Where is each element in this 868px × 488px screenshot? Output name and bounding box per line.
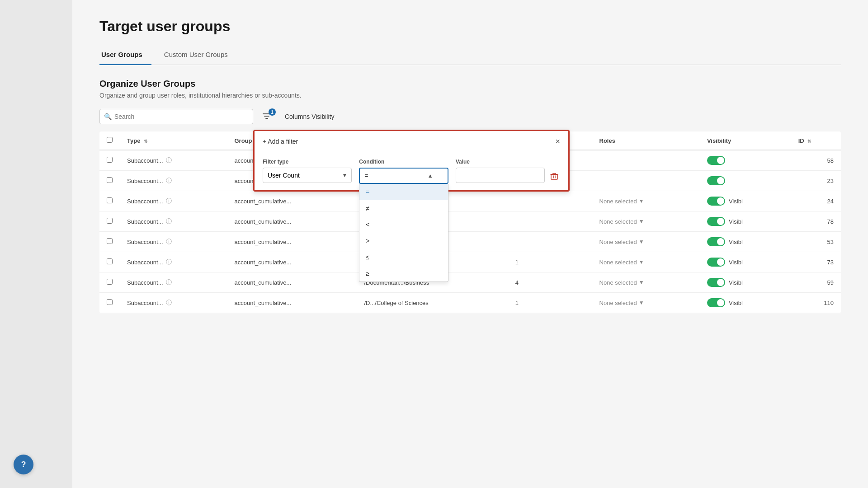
visibility-toggle-6[interactable] bbox=[707, 278, 725, 287]
visibility-toggle-3[interactable] bbox=[707, 217, 725, 226]
condition-option-gte[interactable]: ≥ bbox=[359, 265, 448, 282]
row-type-6: Subaccount... ⓘ bbox=[120, 272, 227, 293]
toolbar: 🔍 1 + Add a filter × Filter type bbox=[99, 109, 841, 124]
visible-text-3: Visibl bbox=[729, 218, 743, 225]
info-icon-4[interactable]: ⓘ bbox=[166, 238, 172, 246]
th-visibility: Visibility bbox=[700, 131, 791, 150]
table-row: Subaccount... ⓘ account_cumulative... ..… bbox=[99, 232, 841, 252]
th-type: Type ⇅ bbox=[120, 131, 227, 150]
close-filter-button[interactable]: × bbox=[555, 137, 560, 145]
row-roles-0 bbox=[592, 150, 700, 171]
condition-option-lte[interactable]: ≤ bbox=[359, 249, 448, 265]
condition-wrapper: = ▲ = ≠ < > ≤ ≥ bbox=[359, 168, 448, 184]
filter-type-select[interactable]: User Count bbox=[263, 168, 352, 183]
th-roles: Roles bbox=[592, 131, 700, 150]
condition-option-neq[interactable]: ≠ bbox=[359, 200, 448, 216]
row-user-count-2 bbox=[508, 191, 592, 211]
tab-user-groups[interactable]: User Groups bbox=[99, 46, 151, 65]
visible-text-7: Visibl bbox=[729, 300, 743, 306]
delete-filter-button[interactable] bbox=[548, 169, 560, 184]
table-row: Subaccount... ⓘ account_cumulative... /D… bbox=[99, 293, 841, 313]
row-group-id-4: account_cumulative... bbox=[227, 232, 357, 252]
info-icon-6[interactable]: ⓘ bbox=[166, 278, 172, 286]
condition-select-display[interactable]: = ▲ bbox=[359, 168, 448, 184]
visibility-toggle-0[interactable] bbox=[707, 156, 725, 165]
value-input[interactable] bbox=[456, 168, 545, 183]
row-type-3: Subaccount... ⓘ bbox=[120, 211, 227, 232]
visibility-toggle-2[interactable] bbox=[707, 197, 725, 206]
row-type-1: Subaccount... ⓘ bbox=[120, 171, 227, 191]
info-icon-0[interactable]: ⓘ bbox=[166, 156, 172, 164]
type-sort-icon[interactable]: ⇅ bbox=[144, 139, 147, 144]
condition-option-eq[interactable]: = bbox=[359, 184, 448, 200]
info-icon-2[interactable]: ⓘ bbox=[166, 197, 172, 205]
info-icon-3[interactable]: ⓘ bbox=[166, 217, 172, 225]
filter-panel-header: + Add a filter × bbox=[255, 131, 568, 152]
visibility-toggle-5[interactable] bbox=[707, 258, 725, 267]
info-icon-1[interactable]: ⓘ bbox=[166, 177, 172, 185]
visible-text-6: Visibl bbox=[729, 279, 743, 286]
add-filter-label: + Add a filter bbox=[263, 138, 298, 145]
condition-option-lt[interactable]: < bbox=[359, 216, 448, 233]
row-checkbox-5[interactable] bbox=[107, 258, 113, 264]
search-input[interactable] bbox=[99, 109, 253, 124]
row-roles-6: None selected ▼ bbox=[592, 272, 700, 293]
tab-custom-user-groups[interactable]: Custom User Groups bbox=[162, 46, 237, 65]
roles-chevron-icon-7[interactable]: ▼ bbox=[639, 300, 644, 306]
filter-button[interactable]: 1 bbox=[259, 109, 275, 124]
row-name-7: /D.../College of Sciences bbox=[357, 293, 508, 313]
add-filter-button[interactable]: + Add a filter bbox=[263, 138, 298, 145]
filter-badge: 1 bbox=[269, 108, 276, 116]
row-id-7: 110 bbox=[791, 293, 841, 313]
select-all-checkbox[interactable] bbox=[107, 137, 113, 143]
row-id-4: 53 bbox=[791, 232, 841, 252]
row-user-count-3 bbox=[508, 211, 592, 232]
svg-rect-0 bbox=[551, 174, 557, 179]
row-checkbox-1[interactable] bbox=[107, 177, 113, 183]
th-checkbox bbox=[99, 131, 120, 150]
columns-visibility-button[interactable]: Columns Visibility bbox=[280, 110, 339, 123]
row-checkbox-cell bbox=[99, 272, 120, 293]
roles-chevron-icon-4[interactable]: ▼ bbox=[639, 239, 644, 245]
row-id-6: 59 bbox=[791, 272, 841, 293]
visibility-toggle-7[interactable] bbox=[707, 298, 725, 307]
visibility-toggle-1[interactable] bbox=[707, 176, 725, 185]
info-icon-7[interactable]: ⓘ bbox=[166, 299, 172, 307]
row-visibility-6: Visibl bbox=[700, 272, 791, 293]
condition-option-gt[interactable]: > bbox=[359, 233, 448, 249]
row-user-count-5: 1 bbox=[508, 252, 592, 272]
row-id-3: 78 bbox=[791, 211, 841, 232]
roles-chevron-icon-3[interactable]: ▼ bbox=[639, 218, 644, 225]
row-checkbox-4[interactable] bbox=[107, 238, 113, 244]
th-id: ID ⇅ bbox=[791, 131, 841, 150]
row-checkbox-cell bbox=[99, 150, 120, 171]
roles-chevron-icon-6[interactable]: ▼ bbox=[639, 279, 644, 286]
id-sort-icon[interactable]: ⇅ bbox=[807, 139, 811, 144]
info-icon-5[interactable]: ⓘ bbox=[166, 258, 172, 266]
row-checkbox-cell bbox=[99, 252, 120, 272]
page-title: Target user groups bbox=[99, 18, 841, 35]
table-row: Subaccount... ⓘ account_cumulative... /D… bbox=[99, 272, 841, 293]
row-roles-2: None selected ▼ bbox=[592, 191, 700, 211]
delete-icon bbox=[550, 172, 558, 180]
row-checkbox-7[interactable] bbox=[107, 299, 113, 305]
row-checkbox-6[interactable] bbox=[107, 279, 113, 285]
row-user-count-4 bbox=[508, 232, 592, 252]
row-type-0: Subaccount... ⓘ bbox=[120, 150, 227, 171]
row-checkbox-3[interactable] bbox=[107, 218, 113, 224]
visibility-toggle-4[interactable] bbox=[707, 237, 725, 246]
row-checkbox-2[interactable] bbox=[107, 197, 113, 203]
row-checkbox-cell bbox=[99, 171, 120, 191]
row-checkbox-cell bbox=[99, 211, 120, 232]
row-roles-1 bbox=[592, 171, 700, 191]
condition-arrow-icon: ▲ bbox=[428, 173, 433, 179]
row-roles-7: None selected ▼ bbox=[592, 293, 700, 313]
roles-chevron-icon-5[interactable]: ▼ bbox=[639, 259, 644, 265]
filter-type-select-wrapper: User Count ▼ bbox=[263, 168, 352, 183]
help-button[interactable]: ? bbox=[14, 455, 33, 474]
row-visibility-4: Visibl bbox=[700, 232, 791, 252]
row-checkbox-0[interactable] bbox=[107, 157, 113, 163]
row-id-5: 73 bbox=[791, 252, 841, 272]
value-label: Value bbox=[456, 159, 545, 165]
roles-chevron-icon-2[interactable]: ▼ bbox=[639, 198, 644, 204]
